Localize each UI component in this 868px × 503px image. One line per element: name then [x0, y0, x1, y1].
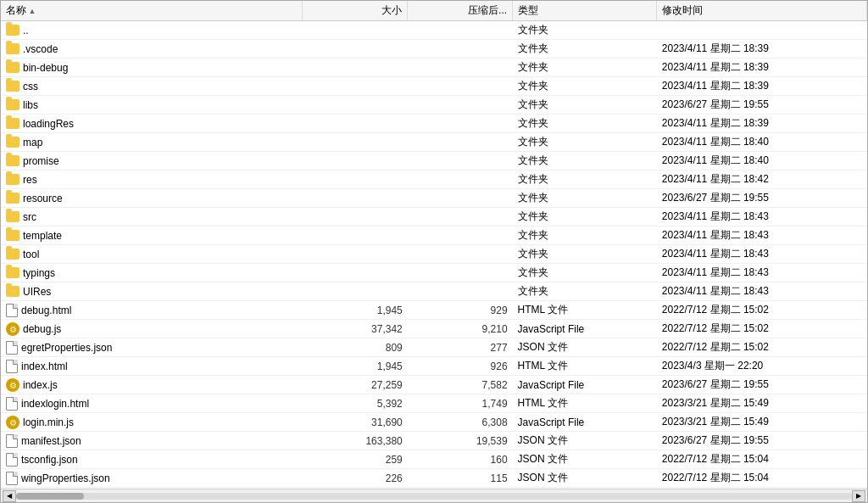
- file-type: JSON 文件: [513, 338, 657, 357]
- file-modified-date: 2023/6/27 星期二 19:55: [657, 96, 867, 115]
- table-row[interactable]: index.html1,945926HTML 文件2023/4/3 星期一 22…: [1, 357, 867, 376]
- file-name: ..: [23, 25, 29, 36]
- file-modified-date: 2022/7/12 星期二 15:02: [657, 301, 867, 320]
- table-row[interactable]: index.js27,2597,582JavaScript File2023/6…: [1, 376, 867, 394]
- table-row[interactable]: manifest.json163,38019,539JSON 文件2023/6/…: [1, 432, 867, 450]
- file-type: 文件夹: [513, 115, 657, 133]
- file-type: 文件夹: [513, 282, 657, 301]
- file-size: [303, 208, 408, 226]
- table-row[interactable]: res文件夹2023/4/11 星期二 18:42: [1, 170, 867, 189]
- file-modified-date: 2023/3/21 星期二 15:49: [657, 394, 867, 413]
- file-compressed-size: [408, 245, 513, 264]
- table-row[interactable]: login.min.js31,6906,308JavaScript File20…: [1, 413, 867, 432]
- file-name: debug.html: [21, 305, 71, 316]
- file-name: promise: [23, 155, 59, 167]
- table-row[interactable]: bin-debug文件夹2023/4/11 星期二 18:39: [1, 59, 867, 77]
- table-row[interactable]: debug.js37,3429,210JavaScript File2022/7…: [1, 320, 867, 338]
- file-modified-date: 2023/3/21 星期二 15:49: [657, 413, 867, 432]
- file-type: 文件夹: [513, 189, 657, 208]
- file-size: [303, 245, 408, 264]
- table-row[interactable]: ..文件夹: [1, 21, 867, 40]
- file-size: [303, 282, 408, 301]
- file-modified-date: 2023/4/11 星期二 18:40: [657, 152, 867, 170]
- js-file-icon: [6, 378, 19, 392]
- file-type: 文件夹: [513, 170, 657, 189]
- table-row[interactable]: loadingRes文件夹2023/4/11 星期二 18:39: [1, 115, 867, 133]
- table-row[interactable]: template文件夹2023/4/11 星期二 18:43: [1, 226, 867, 245]
- file-name: UIRes: [23, 286, 51, 298]
- table-row[interactable]: debug.html1,945929HTML 文件2022/7/12 星期二 1…: [1, 301, 867, 320]
- file-size: [303, 170, 408, 189]
- file-size: [303, 59, 408, 77]
- scrollbar-track[interactable]: [16, 493, 852, 500]
- file-name: src: [23, 211, 36, 223]
- file-name: wingProperties.json: [21, 472, 110, 484]
- horizontal-scrollbar[interactable]: ◀ ▶: [1, 489, 867, 502]
- js-file-icon: [6, 416, 19, 429]
- table-row[interactable]: css文件夹2023/4/11 星期二 18:39: [1, 77, 867, 96]
- table-row[interactable]: resource文件夹2023/6/27 星期二 19:55: [1, 189, 867, 208]
- scroll-left-button[interactable]: ◀: [3, 490, 16, 502]
- file-icon: [6, 397, 18, 411]
- table-row[interactable]: typings文件夹2023/4/11 星期二 18:43: [1, 264, 867, 282]
- folder-icon: [6, 118, 19, 129]
- table-row[interactable]: tool文件夹2023/4/11 星期二 18:43: [1, 245, 867, 264]
- file-type: JavaScript File: [513, 320, 657, 338]
- file-compressed-size: [408, 133, 513, 152]
- file-name: loadingRes: [23, 118, 74, 130]
- table-row[interactable]: egretProperties.json809277JSON 文件2022/7/…: [1, 338, 867, 357]
- file-compressed-size: [408, 226, 513, 245]
- table-row[interactable]: indexlogin.html5,3921,749HTML 文件2023/3/2…: [1, 394, 867, 413]
- file-size: [303, 152, 408, 170]
- file-size: [303, 21, 408, 40]
- folder-icon: [6, 174, 19, 185]
- col-header-type[interactable]: 类型: [513, 1, 657, 21]
- file-size: 1,945: [303, 357, 408, 376]
- file-type: 文件夹: [513, 77, 657, 96]
- file-compressed-size: [408, 264, 513, 282]
- file-compressed-size: [408, 40, 513, 59]
- file-size: [303, 115, 408, 133]
- table-row[interactable]: src文件夹2023/4/11 星期二 18:43: [1, 208, 867, 226]
- table-row[interactable]: wingProperties.json226115JSON 文件2022/7/1…: [1, 469, 867, 488]
- table-row[interactable]: libs文件夹2023/6/27 星期二 19:55: [1, 96, 867, 115]
- file-size: 226: [303, 469, 408, 488]
- table-row[interactable]: .vscode文件夹2023/4/11 星期二 18:39: [1, 40, 867, 59]
- file-list[interactable]: 名称 大小 压缩后... 类型 修改时间 ..文件夹.vscode文件夹2023…: [1, 1, 867, 489]
- file-modified-date: 2023/4/11 星期二 18:43: [657, 208, 867, 226]
- file-modified-date: 2023/4/11 星期二 18:43: [657, 264, 867, 282]
- col-header-modified[interactable]: 修改时间: [657, 1, 867, 21]
- file-type: 文件夹: [513, 208, 657, 226]
- table-row[interactable]: UIRes文件夹2023/4/11 星期二 18:43: [1, 282, 867, 301]
- file-size: [303, 96, 408, 115]
- file-name: index.html: [21, 360, 68, 372]
- file-modified-date: 2022/7/12 星期二 15:04: [657, 450, 867, 469]
- file-name: egretProperties.json: [21, 342, 112, 354]
- file-type: 文件夹: [513, 264, 657, 282]
- js-file-icon: [6, 322, 19, 336]
- file-compressed-size: [408, 59, 513, 77]
- table-row[interactable]: promise文件夹2023/4/11 星期二 18:40: [1, 152, 867, 170]
- file-type: 文件夹: [513, 40, 657, 59]
- table-row[interactable]: map文件夹2023/4/11 星期二 18:40: [1, 133, 867, 152]
- file-modified-date: 2023/4/11 星期二 18:40: [657, 133, 867, 152]
- file-type: JSON 文件: [513, 469, 657, 488]
- file-modified-date: 2023/6/27 星期二 19:55: [657, 376, 867, 394]
- file-size: [303, 40, 408, 59]
- table-row[interactable]: tsconfig.json259160JSON 文件2022/7/12 星期二 …: [1, 450, 867, 469]
- file-icon: [6, 360, 18, 373]
- col-header-compressed[interactable]: 压缩后...: [408, 1, 513, 21]
- file-size: [303, 133, 408, 152]
- scrollbar-thumb[interactable]: [16, 493, 84, 500]
- file-compressed-size: [408, 170, 513, 189]
- file-size: 259: [303, 450, 408, 469]
- folder-icon: [6, 81, 19, 92]
- file-compressed-size: 160: [408, 450, 513, 469]
- col-header-name[interactable]: 名称: [1, 1, 303, 21]
- col-header-size[interactable]: 大小: [303, 1, 408, 21]
- scroll-right-button[interactable]: ▶: [852, 490, 865, 502]
- file-type: 文件夹: [513, 96, 657, 115]
- file-name: indexlogin.html: [21, 398, 89, 410]
- file-size: 5,392: [303, 394, 408, 413]
- file-compressed-size: [408, 115, 513, 133]
